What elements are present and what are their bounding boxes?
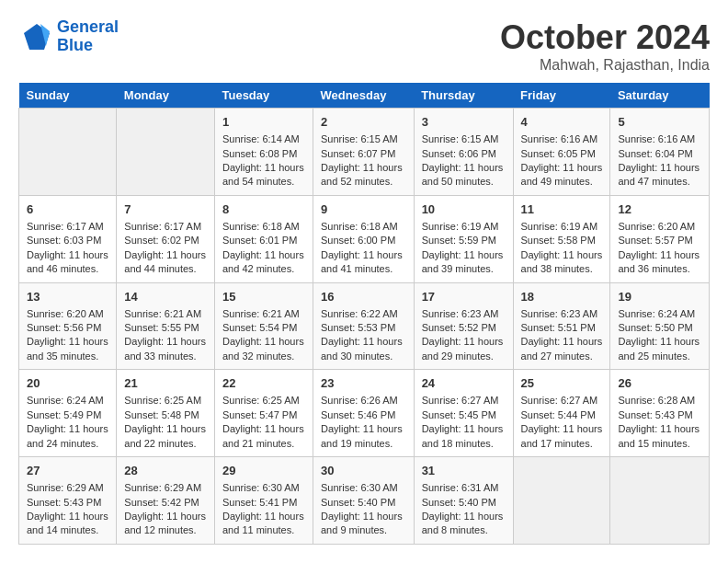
day-number: 29	[222, 463, 305, 479]
location-title: Mahwah, Rajasthan, India	[500, 57, 710, 74]
logo: General Blue	[18, 18, 119, 55]
calendar-cell: 11Sunrise: 6:19 AMSunset: 5:58 PMDayligh…	[513, 195, 610, 282]
calendar-cell: 2Sunrise: 6:15 AMSunset: 6:07 PMDaylight…	[313, 109, 414, 196]
day-number: 10	[422, 201, 506, 218]
calendar-cell: 9Sunrise: 6:18 AMSunset: 6:00 PMDaylight…	[313, 195, 414, 282]
day-info: Sunrise: 6:24 AMSunset: 5:49 PMDaylight:…	[27, 394, 108, 451]
calendar-week-row: 1Sunrise: 6:14 AMSunset: 6:08 PMDaylight…	[19, 109, 710, 196]
calendar-table: SundayMondayTuesdayWednesdayThursdayFrid…	[18, 83, 710, 545]
day-number: 28	[124, 463, 207, 479]
calendar-cell: 4Sunrise: 6:16 AMSunset: 6:05 PMDaylight…	[513, 109, 610, 196]
calendar-cell: 17Sunrise: 6:23 AMSunset: 5:52 PMDayligh…	[414, 282, 513, 370]
day-number: 27	[27, 463, 108, 479]
day-number: 16	[321, 289, 406, 305]
day-info: Sunrise: 6:26 AMSunset: 5:46 PMDaylight:…	[321, 394, 406, 451]
calendar-cell: 24Sunrise: 6:27 AMSunset: 5:45 PMDayligh…	[414, 370, 513, 457]
day-info: Sunrise: 6:15 AMSunset: 6:07 PMDaylight:…	[321, 132, 406, 190]
calendar-cell	[19, 109, 117, 196]
day-number: 31	[422, 463, 506, 479]
day-info: Sunrise: 6:20 AMSunset: 5:56 PMDaylight:…	[27, 307, 108, 364]
day-number: 19	[618, 289, 701, 305]
column-header-friday: Friday	[513, 83, 610, 109]
calendar-cell: 13Sunrise: 6:20 AMSunset: 5:56 PMDayligh…	[19, 282, 117, 370]
day-number: 30	[321, 463, 406, 479]
day-info: Sunrise: 6:20 AMSunset: 5:57 PMDaylight:…	[618, 220, 701, 277]
day-info: Sunrise: 6:28 AMSunset: 5:43 PMDaylight:…	[618, 394, 701, 451]
calendar-cell: 29Sunrise: 6:30 AMSunset: 5:41 PMDayligh…	[214, 457, 313, 545]
calendar-cell: 3Sunrise: 6:15 AMSunset: 6:06 PMDaylight…	[414, 109, 513, 196]
day-number: 22	[222, 375, 305, 392]
calendar-cell: 27Sunrise: 6:29 AMSunset: 5:43 PMDayligh…	[19, 457, 117, 545]
calendar-cell: 16Sunrise: 6:22 AMSunset: 5:53 PMDayligh…	[313, 282, 414, 370]
day-info: Sunrise: 6:18 AMSunset: 6:00 PMDaylight:…	[321, 220, 406, 277]
column-header-saturday: Saturday	[610, 83, 710, 109]
day-number: 7	[124, 201, 207, 218]
day-info: Sunrise: 6:17 AMSunset: 6:02 PMDaylight:…	[124, 220, 207, 277]
calendar-cell: 1Sunrise: 6:14 AMSunset: 6:08 PMDaylight…	[214, 109, 313, 196]
calendar-body: 1Sunrise: 6:14 AMSunset: 6:08 PMDaylight…	[19, 109, 710, 545]
column-header-thursday: Thursday	[414, 83, 513, 109]
day-number: 3	[422, 114, 506, 131]
day-number: 13	[27, 289, 108, 305]
calendar-cell: 19Sunrise: 6:24 AMSunset: 5:50 PMDayligh…	[610, 282, 710, 370]
day-info: Sunrise: 6:29 AMSunset: 5:43 PMDaylight:…	[27, 481, 108, 538]
calendar-cell: 21Sunrise: 6:25 AMSunset: 5:48 PMDayligh…	[117, 370, 215, 457]
calendar-cell: 26Sunrise: 6:28 AMSunset: 5:43 PMDayligh…	[610, 370, 710, 457]
title-block: October 2024 Mahwah, Rajasthan, India	[500, 18, 710, 74]
column-header-monday: Monday	[117, 83, 215, 109]
calendar-cell	[610, 457, 710, 545]
calendar-cell: 15Sunrise: 6:21 AMSunset: 5:54 PMDayligh…	[214, 282, 313, 370]
column-header-tuesday: Tuesday	[214, 83, 313, 109]
calendar-cell	[513, 457, 610, 545]
day-info: Sunrise: 6:16 AMSunset: 6:05 PMDaylight:…	[521, 132, 603, 190]
calendar-cell: 6Sunrise: 6:17 AMSunset: 6:03 PMDaylight…	[19, 195, 117, 282]
day-info: Sunrise: 6:25 AMSunset: 5:47 PMDaylight:…	[222, 394, 305, 451]
calendar-cell: 10Sunrise: 6:19 AMSunset: 5:59 PMDayligh…	[414, 195, 513, 282]
calendar-cell: 28Sunrise: 6:29 AMSunset: 5:42 PMDayligh…	[117, 457, 215, 545]
day-number: 1	[222, 114, 305, 131]
calendar-cell: 23Sunrise: 6:26 AMSunset: 5:46 PMDayligh…	[313, 370, 414, 457]
day-number: 12	[618, 201, 701, 218]
day-info: Sunrise: 6:30 AMSunset: 5:40 PMDaylight:…	[321, 481, 406, 538]
day-info: Sunrise: 6:24 AMSunset: 5:50 PMDaylight:…	[618, 307, 701, 364]
day-info: Sunrise: 6:27 AMSunset: 5:45 PMDaylight:…	[422, 394, 506, 451]
day-number: 21	[124, 375, 207, 392]
day-info: Sunrise: 6:18 AMSunset: 6:01 PMDaylight:…	[222, 220, 305, 277]
day-number: 2	[321, 114, 406, 131]
calendar-cell: 22Sunrise: 6:25 AMSunset: 5:47 PMDayligh…	[214, 370, 313, 457]
day-info: Sunrise: 6:29 AMSunset: 5:42 PMDaylight:…	[124, 481, 207, 538]
day-info: Sunrise: 6:21 AMSunset: 5:54 PMDaylight:…	[222, 307, 305, 364]
day-info: Sunrise: 6:14 AMSunset: 6:08 PMDaylight:…	[222, 132, 305, 190]
day-info: Sunrise: 6:19 AMSunset: 5:58 PMDaylight:…	[521, 220, 603, 277]
day-number: 8	[222, 201, 305, 218]
day-info: Sunrise: 6:17 AMSunset: 6:03 PMDaylight:…	[27, 220, 108, 277]
calendar-cell	[117, 109, 215, 196]
logo-text: General Blue	[57, 18, 119, 55]
day-number: 15	[222, 289, 305, 305]
day-number: 25	[521, 375, 603, 392]
calendar-week-row: 6Sunrise: 6:17 AMSunset: 6:03 PMDaylight…	[19, 195, 710, 282]
day-number: 20	[27, 375, 108, 392]
column-header-sunday: Sunday	[19, 83, 117, 109]
calendar-cell: 5Sunrise: 6:16 AMSunset: 6:04 PMDaylight…	[610, 109, 710, 196]
day-info: Sunrise: 6:25 AMSunset: 5:48 PMDaylight:…	[124, 394, 207, 451]
calendar-cell: 18Sunrise: 6:23 AMSunset: 5:51 PMDayligh…	[513, 282, 610, 370]
day-number: 23	[321, 375, 406, 392]
calendar-cell: 12Sunrise: 6:20 AMSunset: 5:57 PMDayligh…	[610, 195, 710, 282]
day-info: Sunrise: 6:23 AMSunset: 5:51 PMDaylight:…	[521, 307, 603, 364]
logo-icon	[18, 20, 51, 53]
day-number: 17	[422, 289, 506, 305]
day-info: Sunrise: 6:30 AMSunset: 5:41 PMDaylight:…	[222, 481, 305, 538]
calendar-header-row: SundayMondayTuesdayWednesdayThursdayFrid…	[19, 83, 710, 109]
day-info: Sunrise: 6:19 AMSunset: 5:59 PMDaylight:…	[422, 220, 506, 277]
day-info: Sunrise: 6:22 AMSunset: 5:53 PMDaylight:…	[321, 307, 406, 364]
day-number: 6	[27, 201, 108, 218]
calendar-cell: 8Sunrise: 6:18 AMSunset: 6:01 PMDaylight…	[214, 195, 313, 282]
day-info: Sunrise: 6:15 AMSunset: 6:06 PMDaylight:…	[422, 132, 506, 190]
day-number: 26	[618, 375, 701, 392]
day-number: 4	[521, 114, 603, 131]
day-info: Sunrise: 6:21 AMSunset: 5:55 PMDaylight:…	[124, 307, 207, 364]
calendar-cell: 25Sunrise: 6:27 AMSunset: 5:44 PMDayligh…	[513, 370, 610, 457]
calendar-cell: 14Sunrise: 6:21 AMSunset: 5:55 PMDayligh…	[117, 282, 215, 370]
calendar-cell: 30Sunrise: 6:30 AMSunset: 5:40 PMDayligh…	[313, 457, 414, 545]
